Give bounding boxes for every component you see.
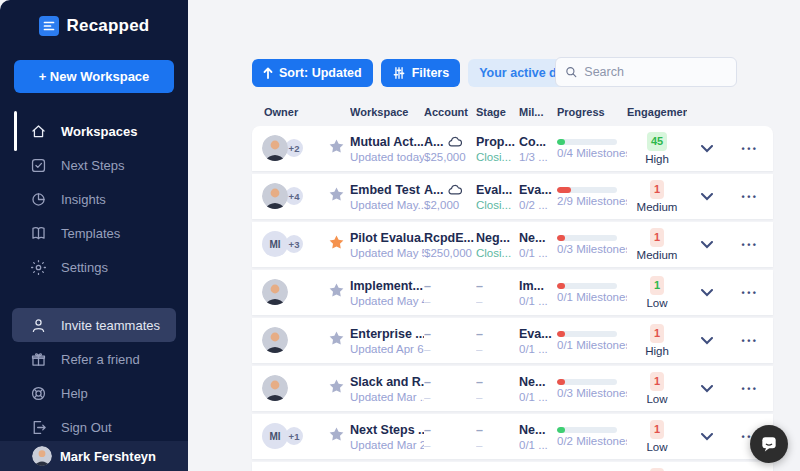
sort-button-label: Sort: Updated bbox=[279, 66, 362, 80]
progress-cell: 0/1 Milestones bbox=[557, 283, 627, 303]
gift-icon bbox=[30, 351, 47, 368]
star-icon[interactable] bbox=[328, 138, 345, 155]
expand-row-button[interactable] bbox=[687, 289, 727, 297]
owner-avatar[interactable] bbox=[262, 279, 288, 305]
account-cell: RcpdE... $250,000 bbox=[424, 231, 476, 259]
owner-avatar-initials[interactable]: MI bbox=[262, 231, 288, 257]
star-cell bbox=[328, 330, 350, 351]
column-header-account[interactable]: Account bbox=[424, 106, 476, 118]
user-profile[interactable]: Mark Fershteyn bbox=[0, 441, 188, 471]
row-menu-button[interactable]: ••• bbox=[727, 336, 773, 346]
progress-bar bbox=[557, 331, 617, 337]
table-row[interactable]: MI +3 Pilot Evalua... Updated May 5 Rcpd… bbox=[252, 222, 773, 267]
account-value: – bbox=[424, 391, 476, 403]
sidebar-item-settings[interactable]: Settings bbox=[0, 250, 188, 284]
stage-cell: Neg... Closi... bbox=[476, 231, 519, 259]
sidebar-item-next-steps[interactable]: Next Steps bbox=[0, 148, 188, 182]
expand-row-button[interactable] bbox=[687, 193, 727, 201]
account-value: – bbox=[424, 295, 476, 307]
sidebar-item-sign-out[interactable]: Sign Out bbox=[0, 410, 188, 444]
row-menu-button[interactable]: ••• bbox=[727, 288, 773, 298]
column-header-owner[interactable]: Owner bbox=[252, 106, 328, 118]
row-menu-button[interactable]: ••• bbox=[727, 144, 773, 154]
table-row[interactable]: MI +1 Next Steps ... Updated Mar 21 – – … bbox=[252, 414, 773, 459]
owner-cell: MI +1 bbox=[252, 414, 328, 459]
star-icon[interactable] bbox=[328, 330, 345, 347]
sort-button[interactable]: Sort: Updated bbox=[252, 59, 373, 87]
workspace-title[interactable]: Next Steps ... bbox=[350, 423, 424, 437]
sidebar-item-label: Refer a friend bbox=[61, 352, 140, 367]
table-row[interactable]: MF Proof of Co... Updated Mar 6 – – – – … bbox=[252, 462, 773, 471]
table-row[interactable]: Slack and R... Updated Mar ... – – – – N… bbox=[252, 366, 773, 411]
row-menu-button[interactable]: ••• bbox=[727, 192, 773, 202]
sidebar-item-label: Invite teammates bbox=[61, 318, 160, 333]
sidebar-item-templates[interactable]: Templates bbox=[0, 216, 188, 250]
sidebar-item-refer-a-friend[interactable]: Refer a friend bbox=[0, 342, 188, 376]
table-row[interactable]: +2 Mutual Act... Updated today A... $25,… bbox=[252, 126, 773, 171]
chevron-down-icon bbox=[701, 145, 713, 153]
chevron-down-icon bbox=[701, 193, 713, 201]
progress-bar bbox=[557, 283, 617, 289]
filters-button[interactable]: Filters bbox=[381, 59, 461, 87]
sidebar-item-label: Help bbox=[61, 386, 88, 401]
sidebar-item-help[interactable]: Help bbox=[0, 376, 188, 410]
star-cell bbox=[328, 138, 350, 159]
expand-row-button[interactable] bbox=[687, 241, 727, 249]
progress-label: 0/1 Milestones bbox=[557, 291, 627, 303]
account-name: – bbox=[424, 423, 431, 437]
owner-avatar[interactable] bbox=[262, 375, 288, 401]
engagement-score-badge: 1 bbox=[650, 180, 664, 199]
star-cell bbox=[328, 282, 350, 303]
toolbar: Sort: Updated Filters Your active deals … bbox=[252, 58, 773, 88]
stage-cell: – – bbox=[476, 423, 519, 451]
workspace-title[interactable]: Pilot Evalua... bbox=[350, 231, 424, 245]
table-row[interactable]: Enterprise ... Updated Apr 6 – – – – Eva… bbox=[252, 318, 773, 363]
star-icon[interactable] bbox=[328, 234, 345, 251]
milestone-sub: 0/1 ... bbox=[519, 391, 557, 403]
owner-avatar[interactable] bbox=[262, 135, 288, 161]
column-header-stage[interactable]: Stage bbox=[476, 106, 519, 118]
column-header-workspace[interactable]: Workspace bbox=[350, 106, 424, 118]
column-header-engagement[interactable]: Engagement bbox=[627, 106, 687, 118]
table-row[interactable]: +4 Embed Test Updated May... A... $2,000… bbox=[252, 174, 773, 219]
row-menu-button[interactable]: ••• bbox=[727, 384, 773, 394]
primary-nav: Workspaces Next Steps Insights Templates… bbox=[0, 114, 188, 284]
workspace-title[interactable]: Enterprise ... bbox=[350, 327, 424, 341]
expand-row-button[interactable] bbox=[687, 385, 727, 393]
expand-row-button[interactable] bbox=[687, 433, 727, 441]
column-header-progress[interactable]: Progress bbox=[557, 106, 627, 118]
table-row[interactable]: Implement... Updated May 4 – – – – Im...… bbox=[252, 270, 773, 315]
sidebar-item-insights[interactable]: Insights bbox=[0, 182, 188, 216]
main-content: Sort: Updated Filters Your active deals … bbox=[188, 0, 800, 471]
logo: Recapped bbox=[0, 0, 188, 36]
sidebar-item-label: Settings bbox=[61, 260, 108, 275]
column-header-milestones[interactable]: Mil... bbox=[519, 106, 557, 118]
owner-avatar-initials[interactable]: MI bbox=[262, 423, 288, 449]
milestone-cell: Im... 0/1 ... bbox=[519, 279, 557, 307]
expand-row-button[interactable] bbox=[687, 337, 727, 345]
workspace-title[interactable]: Implement... bbox=[350, 279, 424, 293]
chat-launcher-button[interactable] bbox=[750, 425, 788, 463]
workspace-title[interactable]: Embed Test bbox=[350, 183, 424, 197]
sidebar-item-workspaces[interactable]: Workspaces bbox=[0, 114, 188, 148]
workspace-title[interactable]: Mutual Act... bbox=[350, 135, 424, 149]
account-value: $250,000 bbox=[424, 247, 476, 259]
milestone-name: Eva... bbox=[519, 183, 557, 197]
account-cell: – – bbox=[424, 279, 476, 307]
star-icon[interactable] bbox=[328, 282, 345, 299]
new-workspace-button[interactable]: + New Workspace bbox=[14, 60, 174, 93]
expand-row-button[interactable] bbox=[687, 145, 727, 153]
star-icon[interactable] bbox=[328, 378, 345, 395]
workspace-cell: Embed Test Updated May... bbox=[350, 183, 424, 211]
star-icon[interactable] bbox=[328, 426, 345, 443]
row-menu-button[interactable]: ••• bbox=[727, 240, 773, 250]
star-icon[interactable] bbox=[328, 186, 345, 203]
account-name: A... bbox=[424, 183, 443, 197]
owner-avatar[interactable] bbox=[262, 327, 288, 353]
sidebar-item-invite-teammates[interactable]: Invite teammates bbox=[12, 308, 176, 342]
owner-avatar[interactable] bbox=[262, 183, 288, 209]
search-icon bbox=[565, 65, 577, 79]
account-cell: A... $25,000 bbox=[424, 135, 476, 163]
workspace-title[interactable]: Slack and R... bbox=[350, 375, 424, 389]
search-input[interactable] bbox=[584, 65, 727, 79]
